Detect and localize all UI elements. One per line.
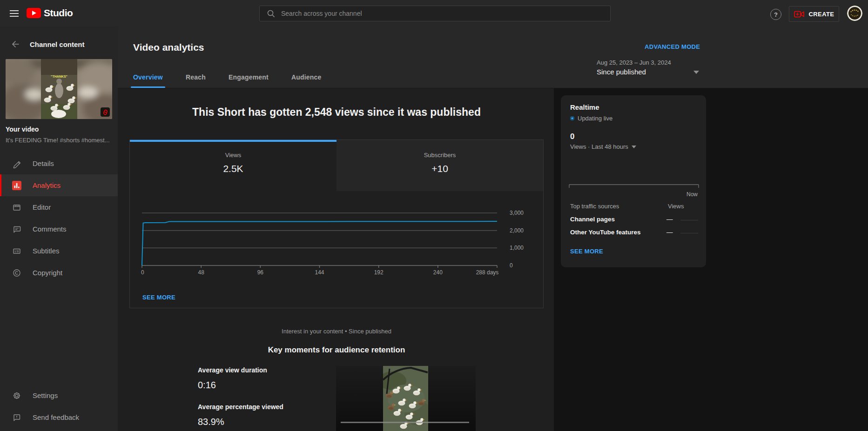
channel-search-bar[interactable]: [259, 6, 611, 21]
sidebar-footer: Settings Send feedback: [0, 385, 118, 428]
video-thumbnail[interactable]: "THANKS": [6, 59, 112, 119]
avg-percentage-viewed-value: 83.9%: [198, 417, 283, 427]
bar-chart-icon: [12, 181, 21, 190]
hamburger-menu-icon[interactable]: [10, 10, 19, 17]
realtime-count: 0: [570, 132, 574, 141]
retention-thumbnail: [383, 366, 428, 431]
views-chart-card: Views 2.5K Subscribers +10 01,0002,0003,…: [129, 139, 544, 308]
svg-text:144: 144: [315, 269, 324, 276]
svg-text:240: 240: [433, 269, 443, 276]
views-line-chart: 01,0002,0003,00004896144192240288 days: [130, 205, 543, 282]
svg-text:48: 48: [198, 269, 204, 276]
avg-view-duration-value: 0:16: [198, 380, 283, 391]
content-area: This Short has gotten 2,548 views since …: [118, 88, 868, 431]
realtime-status: Updating live: [570, 115, 612, 122]
live-dot-icon: [570, 116, 574, 120]
svg-text:0: 0: [141, 269, 144, 276]
date-range-picker[interactable]: Aug 25, 2023 – Jun 3, 2024 Since publish…: [597, 59, 704, 76]
tab-engagement[interactable]: Engagement: [229, 73, 269, 88]
sidebar-item-subtitles[interactable]: Subtitles: [0, 240, 118, 262]
back-arrow-icon[interactable]: [10, 39, 20, 49]
analytics-header: Video analytics Overview Reach Engagemen…: [118, 27, 868, 88]
comment-icon: [12, 225, 21, 234]
sidebar-header: Channel content: [0, 37, 85, 52]
sidebar-item-copyright[interactable]: Copyright: [0, 262, 118, 284]
create-icon: [794, 10, 805, 18]
realtime-count-label[interactable]: Views · Last 48 hours: [570, 143, 636, 150]
help-icon[interactable]: ?: [770, 9, 781, 20]
tab-reach[interactable]: Reach: [186, 73, 206, 88]
top-bar: Studio ? CREATE: [0, 0, 868, 27]
realtime-see-more-link[interactable]: SEE MORE: [570, 248, 603, 255]
realtime-now-label: Now: [686, 191, 698, 198]
realtime-card: Realtime Updating live 0 Views · Last 48…: [561, 95, 706, 267]
date-range: Aug 25, 2023 – Jun 3, 2024: [597, 59, 704, 66]
svg-text:3,000: 3,000: [510, 210, 524, 216]
sidebar-item-details[interactable]: Details: [0, 153, 118, 174]
create-label: CREATE: [809, 11, 834, 18]
sidebar-item-editor[interactable]: Editor: [0, 196, 118, 218]
avg-view-duration-label: Average view duration: [198, 366, 283, 374]
chevron-down-icon: [632, 146, 636, 148]
svg-text:192: 192: [374, 269, 384, 276]
row-baseline: [680, 220, 698, 220]
youtube-studio-logo[interactable]: Studio: [27, 7, 73, 19]
chart-see-more-link[interactable]: SEE MORE: [142, 294, 175, 301]
video-title: It's FEEDING Time! #shorts #homest...: [6, 137, 114, 144]
svg-text:2,000: 2,000: [510, 227, 524, 234]
pencil-icon: [12, 159, 21, 168]
tab-overview[interactable]: Overview: [133, 73, 163, 88]
metric-tabs: Views 2.5K Subscribers +10: [130, 140, 543, 191]
svg-text:96: 96: [257, 269, 264, 276]
advanced-mode-link[interactable]: ADVANCED MODE: [645, 43, 700, 50]
retention-section: Interest in your content • Since publish…: [129, 308, 544, 431]
avg-percentage-viewed-label: Average percentage viewed: [198, 403, 283, 411]
realtime-sparkline: [569, 183, 699, 190]
tab-audience[interactable]: Audience: [291, 73, 322, 88]
metric-tab-views[interactable]: Views 2.5K: [130, 140, 336, 191]
retention-video-preview[interactable]: [336, 366, 476, 431]
retention-stats: Average view duration 0:16 Average perce…: [198, 366, 283, 427]
realtime-title: Realtime: [570, 103, 599, 111]
views-headline: This Short has gotten 2,548 views since …: [129, 106, 544, 119]
avatar[interactable]: [847, 6, 862, 21]
traffic-row-other-features[interactable]: Other YouTube features —: [570, 229, 697, 236]
create-button[interactable]: CREATE: [789, 6, 839, 22]
clapperboard-icon: [12, 203, 21, 212]
row-baseline: [680, 233, 698, 233]
chevron-down-icon: [693, 71, 699, 74]
realtime-panel: Realtime Updating live 0 Views · Last 48…: [554, 88, 868, 431]
copyright-icon: [12, 268, 21, 278]
search-input[interactable]: [280, 9, 610, 18]
date-mode: Since published: [597, 68, 704, 76]
sidebar-item-comments[interactable]: Comments: [0, 218, 118, 240]
feedback-icon: [12, 413, 21, 422]
svg-text:"THANKS": "THANKS": [51, 75, 67, 78]
traffic-row-channel-pages[interactable]: Channel pages —: [570, 216, 697, 223]
traffic-table-header: Top traffic sources Views: [570, 203, 697, 210]
player-scrubber[interactable]: [341, 422, 469, 423]
your-video-label: Your video: [6, 126, 39, 133]
sidebar-item-send-feedback[interactable]: Send feedback: [0, 406, 118, 428]
shorts-badge-icon: [101, 107, 110, 117]
gear-icon: [12, 391, 21, 400]
sidebar-menu: Details Analytics Editor: [0, 153, 118, 284]
search-icon: [266, 9, 276, 18]
subtitles-icon: [12, 246, 21, 256]
youtube-logo-icon: [27, 8, 41, 18]
youtube-studio-app: Studio ? CREATE: [0, 0, 868, 431]
sidebar-item-settings[interactable]: Settings: [0, 385, 118, 406]
svg-text:0: 0: [510, 262, 513, 269]
analytics-tabs: Overview Reach Engagement Audience: [133, 73, 344, 88]
video-sidebar: Channel content: [0, 27, 118, 431]
product-name: Studio: [44, 7, 73, 19]
retention-title: Key moments for audience retention: [129, 345, 544, 355]
metric-tab-subscribers[interactable]: Subscribers +10: [336, 140, 543, 191]
sidebar-item-analytics[interactable]: Analytics: [0, 174, 118, 196]
svg-text:288 days: 288 days: [476, 269, 499, 276]
svg-text:1,000: 1,000: [510, 245, 524, 251]
overview-panel: This Short has gotten 2,548 views since …: [118, 88, 554, 431]
sidebar-title: Channel content: [30, 40, 85, 48]
page-title: Video analytics: [133, 42, 204, 53]
retention-subtitle: Interest in your content • Since publish…: [129, 328, 544, 335]
